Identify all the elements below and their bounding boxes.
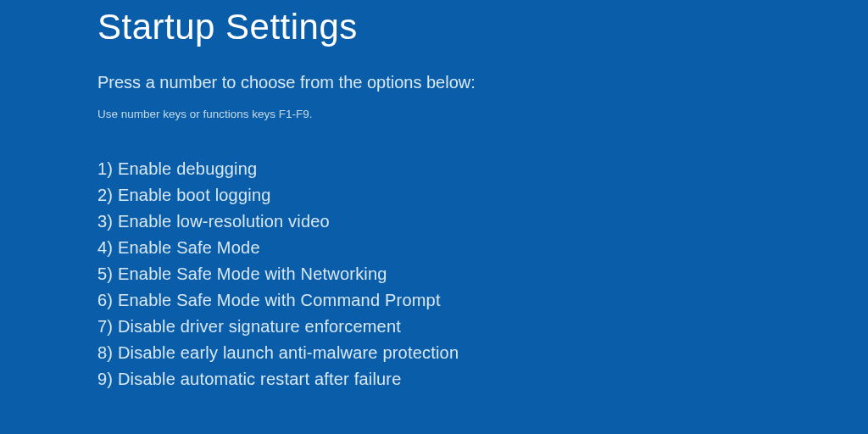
option-2[interactable]: 2) Enable boot logging	[97, 182, 868, 209]
option-4[interactable]: 4) Enable Safe Mode	[97, 235, 868, 261]
page-title: Startup Settings	[97, 7, 868, 47]
option-7[interactable]: 7) Disable driver signature enforcement	[97, 314, 868, 340]
options-list: 1) Enable debugging 2) Enable boot loggi…	[97, 156, 868, 392]
option-1[interactable]: 1) Enable debugging	[97, 156, 868, 182]
hint-text: Use number keys or functions keys F1-F9.	[97, 108, 868, 120]
option-6[interactable]: 6) Enable Safe Mode with Command Prompt	[97, 287, 868, 314]
option-5[interactable]: 5) Enable Safe Mode with Networking	[97, 261, 868, 287]
instruction-text: Press a number to choose from the option…	[97, 73, 868, 92]
option-8[interactable]: 8) Disable early launch anti-malware pro…	[97, 340, 868, 366]
option-3[interactable]: 3) Enable low-resolution video	[97, 209, 868, 235]
option-9[interactable]: 9) Disable automatic restart after failu…	[97, 366, 868, 392]
